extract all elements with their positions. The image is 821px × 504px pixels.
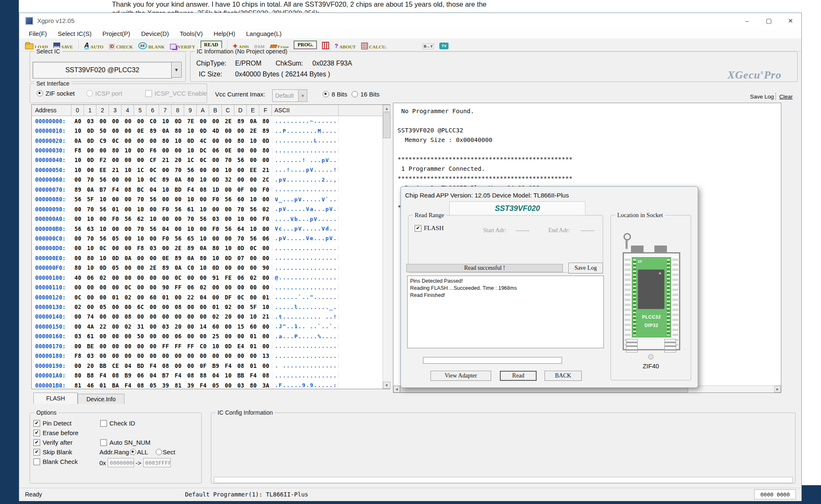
hex-ascii: Vc...pV.....Vd.. <box>272 225 339 232</box>
scroll-left-icon[interactable]: ◄ <box>393 386 400 393</box>
select-ic-dropdown-button[interactable]: ▼ <box>171 62 182 78</box>
toolbar-read-button[interactable]: READ <box>201 41 222 49</box>
menu-item-filef[interactable]: File(F) <box>23 30 52 37</box>
menu-item-deviced[interactable]: Device(D) <box>136 30 175 37</box>
hex-byte: 00 <box>96 313 109 320</box>
toolbar-tv-out-button[interactable]: TV <box>439 40 449 49</box>
view-adapter-button[interactable]: View Adapter <box>431 371 491 381</box>
bits16-radio[interactable]: 16 Bits <box>352 91 380 98</box>
radio-dot-icon[interactable] <box>130 449 136 455</box>
hex-byte: B8 <box>84 372 96 379</box>
radio-dot-icon[interactable] <box>156 449 162 455</box>
toolbar-check-id-button[interactable]: IDCHECK <box>109 40 133 49</box>
hex-row[interactable]: 00000110:000000000C000090FF0602000000000… <box>32 282 390 292</box>
check-id-checkbox[interactable]: Check ID <box>100 420 135 427</box>
hex-row[interactable]: 00000150:004A220002310003200014600015600… <box>32 322 390 331</box>
hex-row[interactable]: 00000000:A00300000000C0100D7E00002E890A8… <box>32 116 390 126</box>
hex-row[interactable]: 00000130:02000500006C00000800000102005F1… <box>32 302 390 312</box>
hex-row[interactable]: 00000060:0070560000100C890A80100D3200002… <box>32 175 390 185</box>
auto-sn-checkbox[interactable]: Auto SN_NUM <box>100 439 150 446</box>
maximize-button[interactable]: ▢ <box>758 13 780 28</box>
hex-row[interactable]: 000000B0:5663100000705604001000F05664100… <box>32 224 390 233</box>
hex-byte: 56 <box>234 157 247 163</box>
calc-grid-icon <box>361 43 368 49</box>
toolbar-calcu-button[interactable]: CALCU. <box>361 40 387 49</box>
hex-header-f: F <box>259 105 272 116</box>
hex-row[interactable]: 00000160:0361000000500000060000250000010… <box>32 332 390 341</box>
hex-byte: 00 <box>122 157 134 163</box>
hex-row[interactable]: 00000050:1000EE21101C0C00705600001000EE2… <box>32 165 390 175</box>
hex-row[interactable]: 00000140:0074000008000000000000022000102… <box>32 312 390 322</box>
scroll-right-icon[interactable]: ► <box>774 386 781 393</box>
bits8-radio[interactable]: 8 Bits <box>323 91 347 98</box>
dialog-save-log-button[interactable]: Save Log <box>568 263 603 274</box>
icsp-vcc-checkbox[interactable]: ICSP_VCC Enable <box>145 90 207 97</box>
select-ic-combobox[interactable]: SST39VF020 @PLCC32 <box>33 62 172 79</box>
toolbar-byte-swap-button[interactable]: B↔Y <box>423 40 434 49</box>
socket-center-pin <box>648 354 654 360</box>
hex-row[interactable]: 00000120:0C0000010200600100220400DF0C000… <box>32 292 390 302</box>
hex-row[interactable]: 000001B0:814601BAF40805398139F4050003803… <box>32 380 390 389</box>
hex-byte: BD <box>134 362 147 369</box>
hex-byte: 00 <box>147 333 159 339</box>
chevron-down-icon[interactable]: ▼ <box>298 90 307 101</box>
close-button[interactable]: ✕ <box>780 13 801 28</box>
hex-scrollbar[interactable]: ▲ ▼ <box>383 105 390 389</box>
hex-row[interactable]: 00000190:0020BBCE04BDF40800000FB9F408010… <box>32 361 390 370</box>
hex-row[interactable]: 00000030:F8000080100DF6000010DC060E00008… <box>32 145 390 155</box>
back-button[interactable]: BACK <box>545 371 582 381</box>
chksum-value: 0x0238 F93A <box>312 60 352 67</box>
tab-device-info[interactable]: Device.Info <box>78 394 124 404</box>
hex-byte: 0D <box>84 137 96 144</box>
hex-row[interactable]: 00000070:890AB7F408BC0410BDF4081D000F00F… <box>32 185 390 194</box>
scroll-down-icon[interactable]: ▼ <box>383 382 390 389</box>
hex-row[interactable]: 000000D0:00100C0000F803002E890A80100D0C0… <box>32 243 390 253</box>
hex-row[interactable]: 00000100:40060200000000000C000091FE06020… <box>32 273 390 282</box>
vcc-imax-combobox[interactable]: Default ▼ <box>272 89 307 102</box>
hex-row[interactable]: 00000170:00BE0000000000FFFFFFC0100DE4010… <box>32 341 390 351</box>
hex-row[interactable]: 000000C0:00705605001000F0566510000070560… <box>32 233 390 243</box>
hex-row[interactable]: 000000F0:80100D0500002E890AC0100D0000009… <box>32 263 390 273</box>
toolbar-pin-map-button[interactable] <box>322 40 329 49</box>
toolbar-verify-button[interactable]: VERIFY <box>170 40 195 49</box>
menu-item-toolsv[interactable]: Tools(V) <box>175 30 208 37</box>
toolbar-about-button[interactable]: ?ABOUT <box>334 40 356 49</box>
hex-byte: 70 <box>134 225 147 232</box>
hex-row[interactable]: 000001A0:80B8F408B90604B7F408880410BBF40… <box>32 370 390 380</box>
zif-socket-radio[interactable]: ZIF socket <box>37 90 75 97</box>
menu-item-helph[interactable]: Help(H) <box>208 30 241 37</box>
scroll-up-icon[interactable]: ▲ <box>383 105 390 112</box>
hex-byte: 00 <box>209 137 222 144</box>
hex-row[interactable]: 00000180:F803000000000000000000000000001… <box>32 351 390 361</box>
toolbar-auto-button[interactable]: AAUTO <box>84 40 104 49</box>
hex-row[interactable]: 000000E0:0080100D0A00000E890A80100D07000… <box>32 253 390 263</box>
icsp-port-radio[interactable]: ICSP port <box>86 90 122 97</box>
hex-row[interactable]: 00000080:565F100000705600001000F05660100… <box>32 195 390 204</box>
flash-checkbox[interactable]: ✔FLASH <box>415 225 444 232</box>
menu-item-projectp[interactable]: Project(P) <box>97 30 136 37</box>
tab-flash[interactable]: FLASH <box>33 393 78 404</box>
minimize-button[interactable]: – <box>736 13 758 28</box>
blank-check-checkbox[interactable]: Blank Check <box>33 458 78 465</box>
read-button[interactable]: Read <box>500 371 537 381</box>
skip-blank-checkbox[interactable]: ✔Skip Blank <box>33 448 72 456</box>
hex-row[interactable]: 00000020:0A0DC90C00000080100D4C000080100… <box>32 136 390 145</box>
toolbar-blank-check-button[interactable]: FFBLANK <box>138 40 165 49</box>
menu-item-selectics[interactable]: Select IC(S) <box>52 30 97 37</box>
start-address-field[interactable]: 00000000 <box>108 458 134 467</box>
clear-link[interactable]: Clear <box>779 94 793 100</box>
save-log-link[interactable]: Save Log <box>750 94 774 100</box>
toolbar-prog-button[interactable]: PROG. <box>294 41 317 49</box>
scrollbar-thumb[interactable] <box>383 112 390 138</box>
hex-buffer-table[interactable]: Address0123456789ABCDEFASCII 00000000:A0… <box>31 104 390 389</box>
menu-item-languagel[interactable]: Language(L) <box>241 30 287 37</box>
hex-row[interactable]: 00000010:100D5000000E890A80100D4D00002E8… <box>32 126 390 135</box>
hex-byte: 60 <box>209 323 222 330</box>
end-address-field[interactable]: 0003FFFF <box>143 458 171 467</box>
verify-after-checkbox[interactable]: ✔Verify after <box>33 439 73 446</box>
erase-before-checkbox[interactable]: ✔Erase before <box>33 429 79 436</box>
pin-detect-checkbox[interactable]: ✔Pin Detect <box>33 420 71 427</box>
hex-row[interactable]: 00000090:00705601001000F0566110000070560… <box>32 204 390 214</box>
hex-row[interactable]: 00000040:100DF2000000CF21201C0C007056000… <box>32 155 390 165</box>
hex-row[interactable]: 000000A0:001000F05662100000705603001000F… <box>32 214 390 223</box>
